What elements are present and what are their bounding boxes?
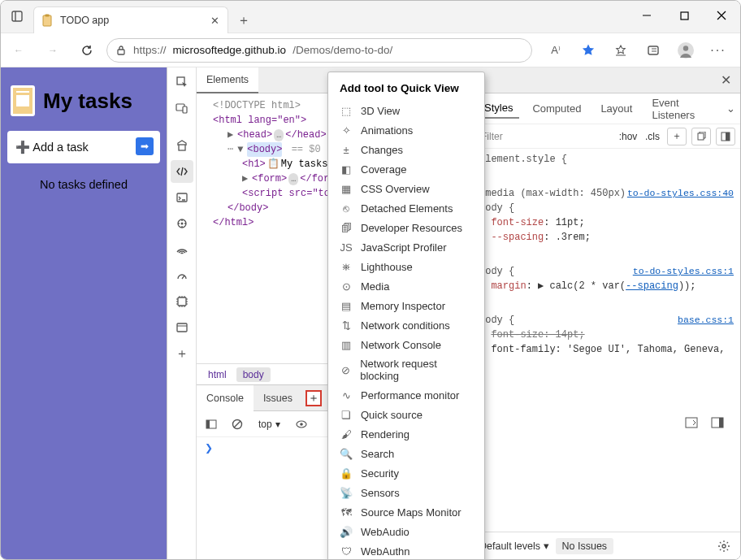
nav-back-button[interactable]: ← <box>4 37 33 63</box>
drawer-dock-right-icon[interactable] <box>708 414 727 432</box>
nav-forward-button[interactable]: → <box>38 37 67 63</box>
quick-menu-item[interactable]: ⎋Detached Elements <box>328 198 484 218</box>
drawer-add-tool-button[interactable]: ＋ <box>306 390 322 406</box>
new-style-plus-icon[interactable]: ＋ <box>667 128 687 145</box>
svg-point-35 <box>722 545 726 548</box>
quick-menu-item[interactable]: ✧Animations <box>328 120 484 140</box>
quick-menu-item[interactable]: ±Changes <box>328 140 484 159</box>
more-menu-button[interactable]: ··· <box>703 37 734 63</box>
profile-avatar[interactable] <box>670 37 701 63</box>
nav-refresh-button[interactable] <box>72 37 102 63</box>
device-emulation-icon[interactable] <box>171 97 193 119</box>
tab-close-button[interactable]: ✕ <box>208 15 221 27</box>
quick-menu-item[interactable]: ⇅Network conditions <box>328 315 484 335</box>
css-rule-1[interactable]: to-do-styles.css:40 @media (max-width: 4… <box>479 186 734 259</box>
page-todo-app: My tasks ➕ Add a task No tasks defined <box>1 67 167 559</box>
css-rule-3[interactable]: base.css:1 body { font-size: 14pt; font-… <box>479 313 734 357</box>
default-levels-select[interactable]: Default levels ▾ <box>479 540 549 552</box>
application-tool-icon[interactable] <box>171 316 193 339</box>
quick-menu-item[interactable]: 🗺Source Maps Monitor <box>328 502 484 522</box>
network-tool-icon[interactable] <box>171 238 193 261</box>
css-rule-2[interactable]: to-do-styles.css:1 body { margin: ▶ calc… <box>479 264 734 308</box>
hov-toggle[interactable]: :hov <box>618 128 638 145</box>
quick-menu-item[interactable]: 📡Sensors <box>328 483 484 502</box>
tab-layout[interactable]: Layout <box>594 99 639 118</box>
add-task-input[interactable]: ➕ Add a task <box>7 131 160 163</box>
quick-menu-item[interactable]: ∿Performance monitor <box>328 385 484 405</box>
console-live-expression-icon[interactable] <box>292 415 311 433</box>
css-source-link[interactable]: base.css:1 <box>678 313 734 327</box>
quick-menu-item[interactable]: ◧Coverage <box>328 159 484 179</box>
drawer-settings-gear-icon[interactable] <box>714 537 734 555</box>
dom-head-open[interactable]: <head> <box>237 128 272 142</box>
quick-menu-item[interactable]: 🖌Rendering <box>328 424 484 444</box>
console-sidebar-toggle-icon[interactable] <box>202 415 221 433</box>
browser-tab[interactable]: TODO app ✕ <box>33 7 228 33</box>
styles-filter-input[interactable]: Filter <box>478 131 613 142</box>
window-maximize-button[interactable] <box>665 1 703 30</box>
quick-menu-item-label: Rendering <box>361 428 410 441</box>
window-close-button[interactable] <box>703 1 740 30</box>
read-aloud-button[interactable]: A⁾ <box>540 37 571 63</box>
quick-menu-item[interactable]: ⊘Network request blocking <box>328 354 484 385</box>
quick-menu-item[interactable]: ⬚3D View <box>328 101 484 120</box>
quick-menu-item[interactable]: 🔊WebAudio <box>328 522 484 541</box>
new-tab-button[interactable]: ＋ <box>232 8 256 33</box>
quick-menu-item[interactable]: 🔍Search <box>328 444 484 463</box>
dom-h1-open[interactable]: <h1> <box>242 157 266 171</box>
window-minimize-button[interactable] <box>628 1 665 30</box>
css-source-link[interactable]: to-do-styles.css:40 <box>627 186 734 200</box>
tab-elements[interactable]: Elements <box>197 67 258 93</box>
quick-menu-item[interactable]: JSJavaScript Profiler <box>328 237 484 257</box>
welcome-tool-icon[interactable] <box>171 134 193 157</box>
performance-tool-icon[interactable] <box>171 264 193 287</box>
crumb-html[interactable]: html <box>202 367 233 382</box>
dom-form-open[interactable]: <form> <box>252 171 287 186</box>
quick-menu-item[interactable]: ▤Memory Inspector <box>328 296 484 315</box>
styles-more-tabs-icon[interactable]: ⌄ <box>726 102 735 115</box>
favorites-bar-button[interactable] <box>605 37 636 63</box>
elements-tool-icon[interactable] <box>171 160 193 183</box>
quick-menu-item[interactable]: ▥Network Console <box>328 335 484 354</box>
devtools-close-button[interactable]: ✕ <box>717 72 734 89</box>
styles-computed-toggle-icon[interactable] <box>716 128 735 145</box>
dom-html-open[interactable]: <html lang="en"> <box>213 115 306 126</box>
cls-toggle[interactable]: .cls <box>643 128 662 145</box>
favorites-star-icon[interactable] <box>573 37 604 63</box>
console-clear-icon[interactable] <box>228 415 247 433</box>
collections-button[interactable] <box>638 37 669 63</box>
crumb-body[interactable]: body <box>236 367 271 382</box>
site-info-lock-icon[interactable] <box>115 45 127 56</box>
url-field[interactable]: https://microsoftedge.github.io/Demos/de… <box>106 38 532 63</box>
quick-menu-item[interactable]: ❏Quick source <box>328 405 484 424</box>
quick-menu-item-icon: ⎋ <box>340 202 353 215</box>
sources-tool-icon[interactable] <box>171 212 193 235</box>
quick-menu-item[interactable]: 🔒Security <box>328 463 484 483</box>
quick-menu-item[interactable]: ▦CSS Overview <box>328 179 484 198</box>
tab-computed[interactable]: Computed <box>526 99 587 118</box>
console-tool-icon[interactable] <box>171 186 193 209</box>
more-tools-plus-icon[interactable]: ＋ <box>171 342 193 365</box>
element-style-rule[interactable]: element.style {} <box>479 152 734 181</box>
memory-tool-icon[interactable] <box>171 290 193 313</box>
tab-event-listeners[interactable]: Event Listeners <box>645 93 720 124</box>
tab-actions-button[interactable] <box>1 0 33 33</box>
drawer-tab-issues[interactable]: Issues <box>254 385 302 411</box>
dom-body-open[interactable]: <body> <box>247 144 282 155</box>
page-title: My tasks <box>43 89 132 114</box>
styles-copy-icon[interactable] <box>691 128 711 145</box>
inspect-element-icon[interactable] <box>171 71 193 93</box>
console-context-select[interactable]: top ▾ <box>254 417 285 432</box>
css-source-link[interactable]: to-do-styles.css:1 <box>633 264 734 278</box>
svg-point-21 <box>180 223 183 225</box>
drawer-expand-icon[interactable] <box>682 414 701 432</box>
quick-menu-item[interactable]: 🗐Developer Resources <box>328 218 484 237</box>
quick-menu-item[interactable]: 🛡WebAuthn <box>328 541 484 560</box>
dom-body-dollar0: == $0 <box>292 142 321 157</box>
svg-rect-18 <box>179 145 185 150</box>
quick-menu-item[interactable]: ⛯Lighthouse <box>328 257 484 276</box>
dom-script[interactable]: <script src="to- <box>242 188 336 199</box>
drawer-tab-console[interactable]: Console <box>197 385 254 411</box>
quick-menu-item[interactable]: ⊙Media <box>328 276 484 296</box>
no-issues-badge[interactable]: No Issues <box>556 538 614 554</box>
